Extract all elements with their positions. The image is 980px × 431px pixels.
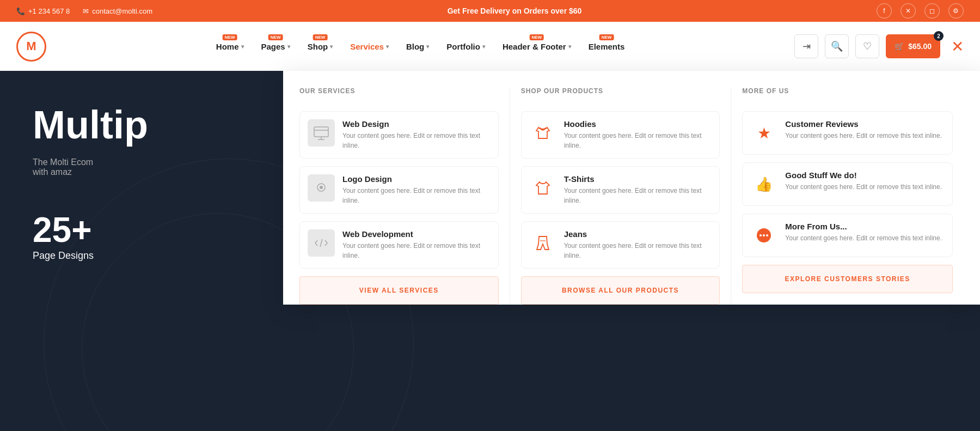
settings-icon[interactable]: ⚙: [948, 3, 964, 19]
web-design-icon: [308, 119, 335, 147]
hoodies-content: Hoodies Your content goes here. Edit or …: [564, 119, 712, 150]
cart-button[interactable]: 2 🛒 $65.00: [886, 34, 940, 58]
services-section-title: OUR SERVICES: [299, 87, 499, 100]
web-dev-title: Web Development: [342, 229, 491, 239]
tshirts-card[interactable]: T-Shirts Your content goes here. Edit or…: [521, 166, 720, 214]
services-chevron: ▾: [386, 44, 389, 50]
reviews-content: Customer Reviews Your content goes here.…: [785, 119, 942, 141]
promo-text: Get Free Delivery on Orders over $60: [448, 7, 582, 15]
hoodies-title: Hoodies: [564, 119, 712, 129]
nav-item-shop[interactable]: NEW Shop ▾: [308, 42, 333, 51]
explore-stories-button[interactable]: EXPLORE CUSTOMERS STORIES: [742, 265, 953, 293]
jeans-title: Jeans: [564, 229, 712, 239]
twitter-icon[interactable]: ✕: [901, 3, 916, 19]
jeans-content: Jeans Your content goes here. Edit or re…: [564, 229, 712, 260]
jeans-card[interactable]: Jeans Your content goes here. Edit or re…: [521, 221, 720, 269]
good-stuff-content: Good Stuff We do! Your content goes here…: [785, 171, 942, 192]
dropdown-columns: OUR SERVICES Web Design Your content goe…: [299, 87, 964, 305]
login-button[interactable]: ⇥: [794, 34, 818, 58]
nav-item-services[interactable]: Services ▾: [350, 42, 389, 51]
more-from-us-content: More From Us... Your content goes here. …: [785, 222, 942, 243]
good-stuff-card[interactable]: 👍 Good Stuff We do! Your content goes he…: [742, 162, 953, 206]
pages-chevron: ▾: [287, 44, 290, 50]
pages-badge: NEW: [268, 34, 283, 40]
email-icon: ✉: [83, 7, 89, 15]
logo-design-content: Logo Design Your content goes here. Edit…: [342, 174, 491, 205]
main-navigation: M NEW Home ▾ NEW Pages ▾ NEW Shop ▾ Serv…: [0, 22, 980, 71]
nav-item-blog[interactable]: Blog ▾: [406, 42, 429, 51]
web-design-content: Web Design Your content goes here. Edit …: [342, 119, 491, 150]
wishlist-button[interactable]: ♡: [855, 34, 879, 58]
tshirts-title: T-Shirts: [564, 174, 712, 184]
logo-design-card[interactable]: Logo Design Your content goes here. Edit…: [299, 166, 499, 214]
svg-point-11: [763, 234, 765, 236]
phone-info: 📞 +1 234 567 8: [16, 7, 70, 15]
nav-actions: ⇥ 🔍 ♡ 2 🛒 $65.00 ✕: [794, 34, 964, 58]
more-from-us-card[interactable]: More From Us... Your content goes here. …: [742, 214, 953, 257]
email-address: contact@molti.com: [92, 7, 152, 15]
search-button[interactable]: 🔍: [825, 34, 849, 58]
header-footer-chevron: ▾: [568, 44, 571, 50]
reviews-desc: Your content goes here. Edit or remove t…: [785, 131, 942, 141]
instagram-icon[interactable]: ◻: [924, 3, 940, 19]
products-column: SHOP OUR PRODUCTS Hoodies Your content g…: [521, 87, 732, 305]
svg-line-6: [320, 239, 322, 247]
facebook-icon[interactable]: f: [877, 3, 892, 19]
svg-point-5: [320, 186, 323, 189]
svg-rect-0: [314, 127, 328, 137]
logo-design-desc: Your content goes here. Edit or remove t…: [342, 186, 491, 205]
tshirts-icon: [529, 174, 556, 202]
nav-item-header-footer[interactable]: NEW Header & Footer ▾: [503, 42, 571, 51]
logo-design-icon: [308, 174, 335, 202]
web-design-card[interactable]: Web Design Your content goes here. Edit …: [299, 111, 499, 159]
cart-icon: 🛒: [895, 42, 904, 51]
elements-badge: NEW: [599, 34, 614, 40]
services-dropdown: OUR SERVICES Web Design Your content goe…: [283, 71, 980, 305]
jeans-desc: Your content goes here. Edit or remove t…: [564, 241, 712, 260]
products-section-title: SHOP OUR PRODUCTS: [521, 87, 720, 100]
site-logo[interactable]: M: [16, 32, 46, 62]
more-from-us-icon: [750, 222, 777, 249]
email-info: ✉ contact@molti.com: [83, 7, 152, 15]
view-all-services-button[interactable]: VIEW ALL SERVICES: [299, 276, 499, 305]
more-from-us-title: More From Us...: [785, 222, 942, 231]
hoodies-card[interactable]: Hoodies Your content goes here. Edit or …: [521, 111, 720, 159]
web-dev-card[interactable]: Web Development Your content goes here. …: [299, 221, 499, 269]
nav-item-elements[interactable]: NEW Elements: [589, 42, 625, 51]
shop-badge: NEW: [313, 34, 328, 40]
top-bar: 📞 +1 234 567 8 ✉ contact@molti.com Get F…: [0, 0, 980, 22]
nav-item-portfolio[interactable]: Portfolio ▾: [446, 42, 485, 51]
cart-count-badge: 2: [934, 31, 944, 41]
nav-item-pages[interactable]: NEW Pages ▾: [261, 42, 290, 51]
more-column: MORE OF US ★ Customer Reviews Your conte…: [742, 87, 964, 305]
shop-chevron: ▾: [330, 44, 333, 50]
header-footer-badge: NEW: [529, 34, 544, 40]
good-stuff-title: Good Stuff We do!: [785, 171, 942, 180]
logo-design-title: Logo Design: [342, 174, 491, 184]
tshirts-content: T-Shirts Your content goes here. Edit or…: [564, 174, 712, 205]
social-links: f ✕ ◻ ⚙: [877, 3, 964, 19]
more-from-us-desc: Your content goes here. Edit or remove t…: [785, 233, 942, 243]
hoodies-icon: [529, 119, 556, 147]
jeans-icon: [529, 229, 556, 257]
reviews-icon: ★: [750, 119, 777, 147]
web-design-title: Web Design: [342, 119, 491, 129]
browse-products-button[interactable]: BROWSE ALL OUR PRODUCTS: [521, 276, 720, 305]
good-stuff-icon: 👍: [750, 171, 777, 198]
nav-item-home[interactable]: NEW Home ▾: [216, 42, 244, 51]
web-dev-icon: [308, 229, 335, 257]
good-stuff-desc: Your content goes here. Edit or remove t…: [785, 182, 942, 192]
more-section-title: MORE OF US: [742, 87, 953, 100]
web-dev-content: Web Development Your content goes here. …: [342, 229, 491, 260]
reviews-card[interactable]: ★ Customer Reviews Your content goes her…: [742, 111, 953, 155]
nav-menu: NEW Home ▾ NEW Pages ▾ NEW Shop ▾ Servic…: [216, 42, 625, 51]
web-design-desc: Your content goes here. Edit or remove t…: [342, 131, 491, 150]
reviews-title: Customer Reviews: [785, 119, 942, 129]
close-button[interactable]: ✕: [951, 38, 964, 56]
blog-chevron: ▾: [426, 44, 429, 50]
svg-point-10: [759, 234, 762, 236]
phone-icon: 📞: [16, 7, 25, 15]
contact-info: 📞 +1 234 567 8 ✉ contact@molti.com: [16, 7, 152, 15]
home-chevron: ▾: [241, 44, 244, 50]
home-badge: NEW: [223, 34, 237, 40]
